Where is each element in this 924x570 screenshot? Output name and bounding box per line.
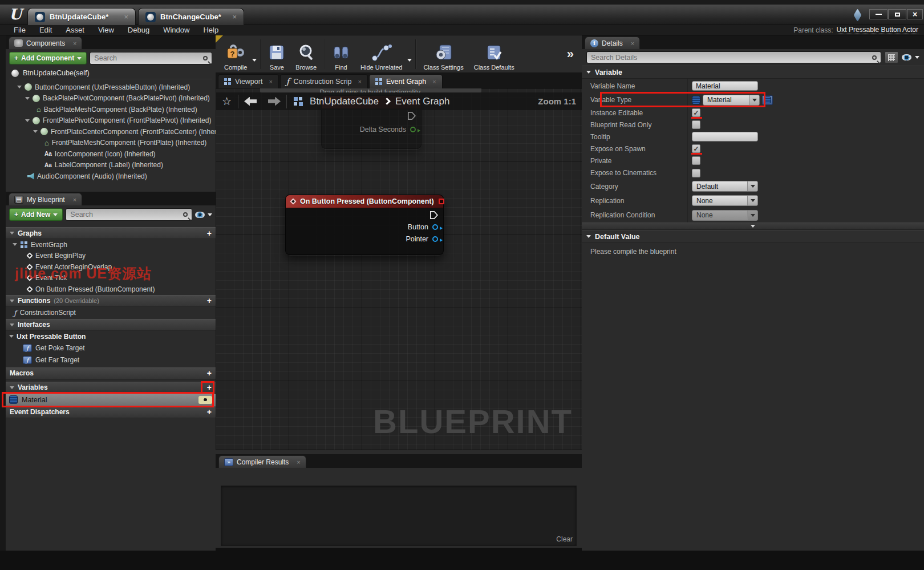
minimize-button[interactable] (869, 9, 887, 19)
add-variable-icon[interactable]: + (207, 383, 212, 391)
visibility-eye-icon[interactable] (195, 212, 205, 218)
advanced-expander[interactable] (582, 223, 924, 230)
section-macros[interactable]: Macros + (6, 367, 216, 379)
class-defaults-button[interactable]: Class Defaults (469, 38, 520, 71)
details-search-input[interactable] (591, 54, 869, 62)
find-button[interactable]: Find (327, 38, 355, 71)
variable-row-material[interactable]: Material (6, 394, 216, 406)
section-event-dispatchers[interactable]: Event Dispatchers + (6, 406, 216, 418)
function-row[interactable]: ƒ ConstructionScript (6, 307, 216, 319)
close-icon[interactable]: × (73, 196, 76, 203)
back-arrow-icon[interactable] (244, 97, 257, 106)
variable-type-dropdown[interactable]: Material (703, 95, 760, 106)
expander-icon[interactable] (25, 119, 30, 122)
close-icon[interactable]: × (297, 459, 300, 466)
close-button[interactable]: × (907, 9, 923, 19)
menu-asset[interactable]: Asset (59, 26, 91, 34)
node-on-button-pressed[interactable]: On Button Pressed (ButtonComponent) Butt… (285, 195, 444, 256)
close-icon[interactable]: × (73, 40, 76, 47)
variable-name-input[interactable] (692, 81, 758, 91)
expander-icon[interactable] (33, 130, 38, 133)
class-settings-button[interactable]: Class Settings (418, 38, 468, 71)
section-variable[interactable]: Variable (582, 66, 924, 79)
component-row[interactable]: BackPlatePivotComponent (BackPlatePivot)… (9, 93, 212, 104)
blueprint-read-only-checkbox[interactable] (692, 120, 700, 129)
add-dispatcher-icon[interactable]: + (207, 408, 212, 416)
asset-tab-btnchangecube[interactable]: BtnChangeCube* × (138, 8, 244, 25)
expose-to-cinematics-checkbox[interactable] (692, 169, 700, 177)
menu-file[interactable]: File (7, 26, 33, 34)
close-icon[interactable]: × (232, 13, 237, 21)
close-icon[interactable]: × (432, 78, 436, 85)
object-pin-icon[interactable] (432, 224, 438, 230)
component-row[interactable]: ⌂BackPlateMeshComponent (BackPlate) (Inh… (9, 104, 212, 115)
section-interfaces[interactable]: Interfaces (6, 319, 216, 331)
interface-function-row[interactable]: ƒ Get Poke Target (6, 342, 216, 354)
close-icon[interactable]: × (631, 40, 634, 47)
chevron-down-icon[interactable] (208, 213, 212, 216)
menu-view[interactable]: View (91, 26, 121, 34)
breadcrumb-root[interactable]: BtnUpdateCube (310, 96, 379, 107)
browse-button[interactable]: Browse (290, 38, 322, 71)
event-graph-canvas[interactable]: Drag off pins to build functionality. Ev… (216, 88, 582, 450)
add-new-button[interactable]: + Add New (9, 208, 63, 221)
visibility-eye-icon[interactable] (902, 54, 911, 60)
tab-construction-script[interactable]: ƒ Construction Scrip × (280, 74, 368, 88)
close-icon[interactable]: × (124, 13, 128, 21)
details-search[interactable] (586, 51, 881, 63)
clear-button[interactable]: Clear (556, 535, 573, 543)
replication-dropdown[interactable]: None (692, 195, 758, 206)
menu-edit[interactable]: Edit (33, 26, 59, 34)
instance-editable-checkbox[interactable]: ✓ (692, 108, 700, 117)
menu-window[interactable]: Window (156, 26, 196, 34)
float-pin-icon[interactable] (410, 127, 416, 132)
add-macro-icon[interactable]: + (207, 369, 212, 377)
toolbar-overflow-icon[interactable]: » (567, 47, 578, 62)
expander-icon[interactable] (17, 86, 22, 88)
menu-debug[interactable]: Debug (121, 26, 156, 34)
property-matrix-icon[interactable] (885, 51, 898, 63)
components-search[interactable] (90, 52, 212, 64)
section-default-value[interactable]: Default Value (582, 230, 924, 243)
expander-icon[interactable] (13, 243, 17, 246)
container-type-button[interactable] (762, 95, 773, 105)
asset-tab-btnupdatecube[interactable]: BtnUpdateCube* × (27, 8, 136, 25)
section-graphs[interactable]: Graphs + (6, 227, 216, 239)
tab-viewport[interactable]: Viewport × (218, 74, 279, 88)
object-pin-icon[interactable] (432, 236, 438, 242)
tab-components[interactable]: Components × (9, 37, 82, 49)
my-blueprint-search[interactable] (66, 208, 192, 221)
favorite-star-icon[interactable]: ☆ (216, 95, 238, 108)
chevron-down-icon[interactable] (915, 56, 919, 59)
event-graph-row[interactable]: EventGraph (6, 239, 216, 250)
section-functions[interactable]: Functions (20 Overridable) + (6, 295, 216, 307)
menu-help[interactable]: Help (196, 26, 225, 34)
hide-unrelated-chevron-icon[interactable] (407, 59, 412, 62)
forward-arrow-icon[interactable] (268, 97, 281, 106)
component-root-row[interactable]: BtnUpdateCube(self) (9, 67, 212, 79)
breadcrumb-page[interactable]: Event Graph (395, 96, 449, 107)
my-blueprint-search-input[interactable] (70, 211, 180, 219)
delegate-pin-icon[interactable] (439, 199, 444, 204)
component-row[interactable]: ButtonComponent (UxtPressableButton) (In… (9, 82, 212, 93)
event-row[interactable]: On Button Pressed (ButtonComponent) (6, 284, 216, 295)
component-row[interactable]: FrontPlateCenterComponent (FrontPlateCen… (9, 126, 212, 138)
hide-unrelated-button[interactable]: Hide Unrelated (355, 38, 407, 71)
expose-on-spawn-checkbox[interactable]: ✓ (692, 144, 700, 153)
component-row[interactable]: ⌂FrontPlateMeshComponent (FrontPlate) (I… (9, 138, 212, 149)
close-icon[interactable]: × (358, 78, 362, 85)
save-button[interactable]: Save (263, 38, 290, 71)
parent-class-link[interactable]: Uxt Pressable Button Actor (837, 26, 918, 34)
replication-condition-dropdown[interactable]: None (692, 210, 758, 221)
category-dropdown[interactable]: Default (692, 181, 758, 192)
add-graph-icon[interactable]: + (207, 229, 212, 237)
tooltip-input[interactable] (692, 132, 758, 142)
section-variables[interactable]: Variables + (6, 382, 216, 394)
exec-pin-icon[interactable] (408, 112, 416, 120)
component-row[interactable]: AudioComponent (Audio) (Inherited) (9, 171, 212, 182)
private-checkbox[interactable] (692, 156, 700, 165)
add-function-icon[interactable]: + (207, 297, 212, 305)
add-component-button[interactable]: + Add Component (9, 52, 87, 64)
component-row[interactable]: FrontPlatePivotComponent (FrontPlatePivo… (9, 115, 212, 127)
interface-group-row[interactable]: Uxt Pressable Button (6, 331, 216, 342)
